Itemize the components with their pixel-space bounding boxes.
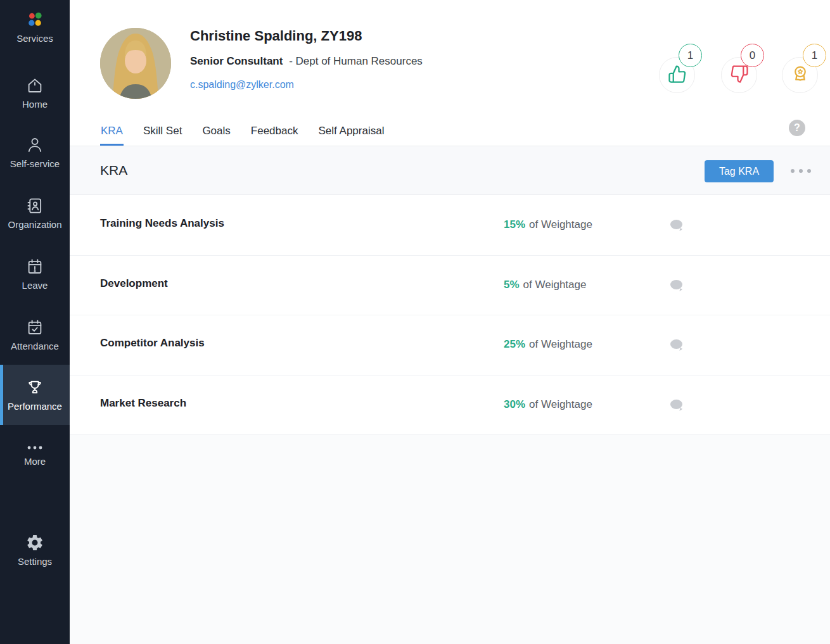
kra-weightage: 15%of Weightage	[504, 218, 592, 231]
employee-email-link[interactable]: c.spalding@zylker.com	[190, 79, 294, 91]
designation-department: - Dept of Human Resources	[289, 55, 423, 67]
kra-name: Market Research	[100, 397, 186, 410]
services-dots-icon	[25, 10, 44, 29]
tag-kra-button[interactable]: Tag KRA	[705, 160, 774, 182]
sidebar-item-services[interactable]: Services	[0, 10, 70, 44]
kra-weightage-suffix: of Weightage	[529, 218, 592, 230]
user-icon	[25, 136, 44, 155]
sidebar-item-home[interactable]: Home	[0, 76, 70, 110]
sidebar-item-label: Performance	[8, 401, 62, 412]
sidebar-item-performance[interactable]: Performance	[0, 365, 70, 425]
tab-self-appraisal[interactable]: Self Appraisal	[317, 118, 385, 146]
sidebar-item-attendance[interactable]: Attendance	[0, 318, 70, 351]
ellipsis-icon	[25, 443, 44, 452]
main-content: Christine Spalding, ZY198 Senior Consult…	[70, 0, 830, 644]
sidebar-item-label: Home	[22, 99, 48, 110]
employee-designation: Senior Consultant - Dept of Human Resour…	[190, 55, 423, 68]
calendar-check-icon	[25, 318, 44, 337]
thumbs-down-count-badge: 0	[741, 44, 764, 67]
kra-weightage-suffix: of Weightage	[529, 338, 592, 350]
kra-weightage-percent: 25%	[504, 338, 525, 350]
kra-weightage-suffix: of Weightage	[529, 398, 592, 410]
kra-weightage: 25%of Weightage	[504, 338, 592, 351]
kra-name: Development	[100, 277, 168, 290]
sidebar-item-organization[interactable]: Organization	[0, 196, 70, 230]
thumbs-up-icon	[668, 65, 687, 86]
org-address-book-icon	[25, 196, 44, 215]
kra-row: Training Needs Analysis 15%of Weightage	[70, 196, 830, 256]
tab-kra[interactable]: KRA	[100, 118, 124, 146]
content-background	[70, 435, 830, 644]
kra-row: Development 5%of Weightage	[70, 256, 830, 316]
profile-tabs: KRA Skill Set Goals Feedback Self Apprai…	[70, 118, 830, 146]
sidebar-item-leave[interactable]: Leave	[0, 257, 70, 291]
comment-icon[interactable]	[670, 339, 686, 355]
avatar	[100, 28, 171, 99]
sidebar-item-settings[interactable]: Settings	[0, 533, 70, 567]
sidebar-item-label: Attendance	[11, 341, 59, 351]
sidebar-item-label: Self-service	[10, 158, 60, 169]
thumbs-down-icon	[730, 65, 749, 86]
app-window: Services Home Self-service	[0, 0, 830, 644]
designation-title: Senior Consultant	[190, 55, 283, 67]
kra-name: Training Needs Analysis	[100, 217, 224, 230]
kra-weightage-suffix: of Weightage	[523, 279, 587, 291]
home-icon	[25, 76, 44, 95]
sidebar-item-label: Services	[16, 33, 53, 44]
kra-name: Competitor Analysis	[100, 337, 205, 350]
tab-feedback[interactable]: Feedback	[250, 118, 299, 146]
sidebar-item-label: More	[24, 456, 46, 467]
section-title: KRA	[100, 163, 127, 178]
more-options-icon[interactable]	[791, 169, 811, 173]
kra-weightage: 5%of Weightage	[504, 279, 586, 291]
help-icon[interactable]: ?	[789, 120, 805, 136]
sidebar-item-more[interactable]: More	[0, 443, 70, 467]
award-count-badge: 1	[803, 44, 826, 67]
gear-icon	[25, 533, 44, 552]
kra-section-bar: KRA Tag KRA	[70, 146, 830, 195]
kra-row: Market Research 30%of Weightage	[70, 376, 830, 436]
kra-weightage-percent: 15%	[504, 218, 525, 230]
comment-icon[interactable]	[670, 399, 686, 415]
comment-icon[interactable]	[670, 219, 686, 235]
sidebar-item-label: Leave	[22, 280, 48, 291]
sidebar-item-self-service[interactable]: Self-service	[0, 136, 70, 169]
kra-list: Training Needs Analysis 15%of Weightage …	[70, 196, 830, 435]
trophy-icon	[25, 378, 44, 397]
thumbs-up-count-badge: 1	[679, 44, 702, 67]
kra-weightage-percent: 5%	[504, 279, 520, 291]
sidebar-item-label: Settings	[18, 556, 52, 567]
kra-weightage: 30%of Weightage	[504, 398, 592, 411]
sidebar: Services Home Self-service	[0, 0, 70, 644]
tab-goals[interactable]: Goals	[201, 118, 231, 146]
comment-icon[interactable]	[670, 279, 686, 295]
tab-skill-set[interactable]: Skill Set	[143, 118, 182, 146]
kra-weightage-percent: 30%	[504, 398, 525, 410]
sidebar-item-label: Organization	[8, 219, 61, 230]
kra-row: Competitor Analysis 25%of Weightage	[70, 315, 830, 376]
award-medal-icon	[791, 65, 810, 86]
employee-name: Christine Spalding, ZY198	[190, 28, 362, 44]
calendar-exclamation-icon	[25, 257, 44, 276]
